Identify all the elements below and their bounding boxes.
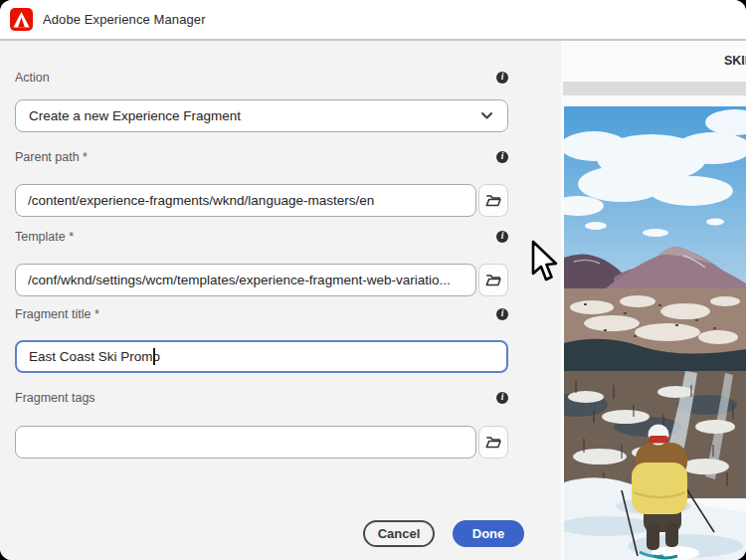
template-input[interactable] — [15, 264, 476, 296]
text-caret — [153, 348, 155, 365]
fragment-title-label: Fragment title * — [15, 307, 99, 321]
folder-open-icon — [485, 274, 501, 287]
info-icon[interactable]: i — [496, 231, 508, 243]
ski-hero-photo — [564, 106, 746, 560]
ski-scene-illustration — [564, 106, 746, 560]
done-button[interactable]: Done — [453, 520, 524, 547]
action-label: Action — [15, 71, 50, 85]
page-divider-strip — [563, 82, 746, 95]
fragment-tags-input[interactable] — [15, 426, 476, 459]
page-heading: SKIING — [724, 54, 746, 68]
fragment-tags-picker-button[interactable] — [478, 426, 508, 459]
action-select[interactable]: Create a new Experience Fragment — [15, 99, 508, 132]
info-icon[interactable]: i — [496, 308, 508, 320]
fragment-title-input[interactable] — [15, 340, 508, 373]
parent-path-picker-button[interactable] — [478, 184, 508, 217]
mouse-cursor — [530, 240, 558, 283]
create-fragment-dialog: Action i Create a new Experience Fragmen… — [0, 41, 561, 560]
parent-path-label: Parent path * — [15, 150, 88, 164]
chevron-down-icon — [480, 111, 493, 120]
info-icon[interactable]: i — [496, 392, 508, 404]
fragment-tags-label: Fragment tags — [15, 391, 95, 405]
top-bar: Adobe Experience Manager — [0, 0, 746, 41]
info-icon[interactable]: i — [496, 151, 508, 163]
folder-open-icon — [485, 436, 501, 450]
app-title: Adobe Experience Manager — [43, 12, 206, 27]
action-select-value: Create a new Experience Fragment — [29, 108, 241, 123]
background-page: SKIING — [561, 41, 746, 560]
parent-path-input[interactable] — [15, 184, 476, 217]
folder-open-icon — [485, 194, 501, 208]
app-window: SKIING — [0, 0, 746, 560]
template-label: Template * — [15, 230, 74, 244]
cancel-button[interactable]: Cancel — [363, 520, 435, 547]
template-picker-button[interactable] — [478, 264, 508, 296]
adobe-logo-icon — [10, 8, 33, 31]
info-icon[interactable]: i — [496, 72, 508, 84]
